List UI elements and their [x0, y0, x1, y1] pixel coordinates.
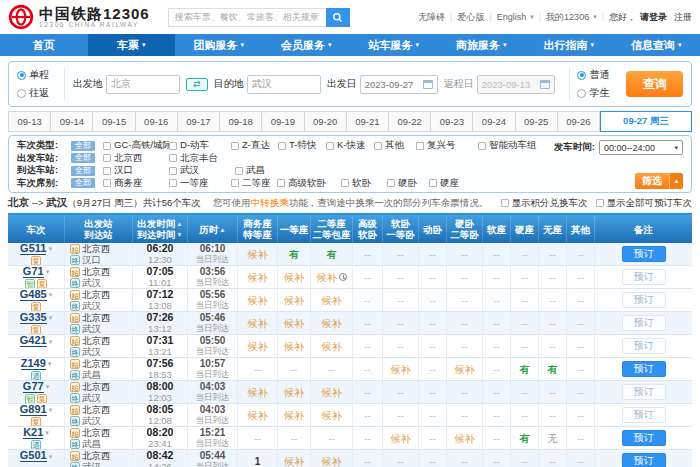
login-link[interactable]: 请登录: [640, 11, 667, 24]
train-number-link[interactable]: G891: [20, 404, 47, 416]
expand-caret-icon[interactable]: ▾: [49, 312, 53, 323]
train-number-link[interactable]: Z149: [21, 358, 46, 370]
filter-option[interactable]: 武昌: [235, 164, 301, 177]
to-input[interactable]: [247, 75, 321, 94]
train-number-link[interactable]: G335: [20, 312, 47, 324]
column-header[interactable]: 历时▲: [187, 215, 237, 243]
date-tab[interactable]: 09-15: [93, 111, 135, 132]
filter-checkbox[interactable]: [326, 142, 334, 150]
book-button[interactable]: 预订: [622, 384, 666, 400]
filter-option[interactable]: 一等座: [169, 177, 231, 190]
filter-checkbox[interactable]: [416, 142, 424, 150]
filter-option[interactable]: 北京西: [103, 152, 169, 165]
book-button[interactable]: 预订: [622, 407, 666, 423]
date-tab-active[interactable]: 09-27 周三: [600, 111, 692, 132]
book-button[interactable]: 预订: [622, 430, 666, 446]
nav-item-travel-guide[interactable]: 出行指南▾: [525, 34, 613, 56]
filter-option[interactable]: 二等座: [231, 177, 277, 190]
train-number-link[interactable]: G501: [20, 450, 47, 462]
link-care-version[interactable]: 爱心版: [457, 11, 484, 24]
book-button[interactable]: 预订: [622, 315, 666, 331]
expand-caret-icon[interactable]: ▾: [49, 404, 53, 415]
link-accessibility[interactable]: 无障碍: [418, 11, 445, 24]
checkbox-show-all-bookable[interactable]: 显示全部可预订车次: [596, 197, 693, 210]
date-tab[interactable]: 09-14: [51, 111, 93, 132]
return-date-input[interactable]: 2023-09-13: [477, 75, 555, 94]
date-tab[interactable]: 09-16: [136, 111, 178, 132]
select-all-button[interactable]: 全部: [71, 178, 95, 188]
filter-option[interactable]: 硬卧: [387, 177, 429, 190]
filter-checkbox[interactable]: [103, 142, 111, 150]
sort-arrow-icon[interactable]: ▲: [176, 218, 182, 229]
column-header[interactable]: 出发时间▲到达时间▼: [132, 215, 187, 243]
date-tab[interactable]: 09-24: [473, 111, 515, 132]
filter-checkbox[interactable]: [231, 179, 239, 187]
expand-caret-icon[interactable]: ▾: [49, 451, 53, 462]
filter-option[interactable]: 智能动车组: [478, 139, 558, 152]
filter-option[interactable]: 北京丰台: [169, 152, 235, 165]
nav-item-tickets[interactable]: 车票▾: [88, 34, 176, 56]
site-search-input[interactable]: [168, 8, 326, 27]
filter-checkbox[interactable]: [169, 179, 177, 187]
train-number-link[interactable]: G511: [20, 243, 46, 255]
filter-checkbox[interactable]: [169, 154, 177, 162]
transfer-link[interactable]: 中转换乘: [251, 197, 289, 208]
expand-caret-icon[interactable]: ▾: [49, 336, 53, 347]
date-tab[interactable]: 09-26: [558, 111, 600, 132]
book-button[interactable]: 预订: [622, 338, 666, 354]
query-button[interactable]: 查询: [626, 71, 683, 97]
depart-date-input[interactable]: 2023-09-27: [360, 75, 438, 94]
filter-checkbox[interactable]: [103, 167, 111, 175]
train-number-link[interactable]: G77: [23, 381, 44, 393]
train-number-link[interactable]: G485: [20, 289, 47, 301]
filter-option[interactable]: 商务座: [103, 177, 169, 190]
train-number-link[interactable]: G71: [23, 266, 44, 278]
date-tab[interactable]: 09-22: [389, 111, 431, 132]
book-button[interactable]: 预订: [622, 292, 666, 308]
filter-checkbox[interactable]: [103, 179, 111, 187]
book-button[interactable]: 预订: [622, 453, 666, 467]
expand-caret-icon[interactable]: ▾: [48, 358, 52, 369]
filter-option[interactable]: 其他: [374, 139, 416, 152]
filter-option[interactable]: Z-直达: [231, 139, 278, 152]
train-number-link[interactable]: K21: [23, 427, 43, 439]
filter-option[interactable]: 复兴号: [416, 139, 478, 152]
expand-caret-icon[interactable]: ▾: [45, 427, 49, 438]
select-all-button[interactable]: 全部: [71, 141, 95, 151]
filter-checkbox[interactable]: [387, 179, 395, 187]
filter-checkbox[interactable]: [277, 179, 285, 187]
select-all-button[interactable]: 全部: [71, 166, 95, 176]
date-tab[interactable]: 09-20: [305, 111, 347, 132]
filter-option[interactable]: 高级软卧: [277, 177, 341, 190]
filter-checkbox[interactable]: [341, 179, 349, 187]
checkbox-show-points[interactable]: 显示积分兑换车次: [501, 197, 588, 210]
passenger-radio-normal[interactable]: 普通: [577, 68, 616, 82]
filter-option[interactable]: K-快速: [326, 139, 374, 152]
filter-checkbox[interactable]: [478, 142, 486, 150]
nav-item-member-service[interactable]: 会员服务▾: [263, 34, 351, 56]
expand-caret-icon[interactable]: ▾: [46, 381, 50, 392]
depart-time-select[interactable]: 00:00--24:00 ▾: [599, 140, 683, 155]
sort-arrow-icon[interactable]: ▼: [176, 229, 182, 240]
trip-radio-roundtrip[interactable]: 往返: [17, 86, 56, 100]
filter-option[interactable]: T-特快: [278, 139, 326, 152]
nav-item-info-query[interactable]: 信息查询▾: [613, 34, 700, 56]
sort-arrow-icon[interactable]: ▲: [219, 224, 225, 235]
date-tab[interactable]: 09-18: [220, 111, 262, 132]
filter-option[interactable]: 软卧: [341, 177, 387, 190]
filter-option[interactable]: GC-高铁/城际: [103, 139, 169, 152]
filter-checkbox[interactable]: [169, 142, 177, 150]
nav-item-home[interactable]: 首页: [0, 34, 88, 56]
expand-caret-icon[interactable]: ▾: [49, 289, 53, 300]
book-button[interactable]: 预订: [622, 269, 666, 285]
filter-checkbox[interactable]: [103, 154, 111, 162]
search-button[interactable]: [326, 8, 350, 27]
filter-button[interactable]: 筛选 ▲: [635, 173, 683, 189]
train-number-link[interactable]: G421: [20, 335, 47, 347]
link-my12306[interactable]: 我的12306: [546, 11, 589, 24]
passenger-radio-student[interactable]: 学生: [577, 86, 616, 100]
app-logo[interactable]: 中国铁路12306 12306 CHINA RAILWAY: [8, 4, 150, 30]
date-tab[interactable]: 09-25: [516, 111, 558, 132]
nav-item-business-service[interactable]: 商旅服务▾: [438, 34, 526, 56]
book-button[interactable]: 预订: [622, 246, 666, 262]
